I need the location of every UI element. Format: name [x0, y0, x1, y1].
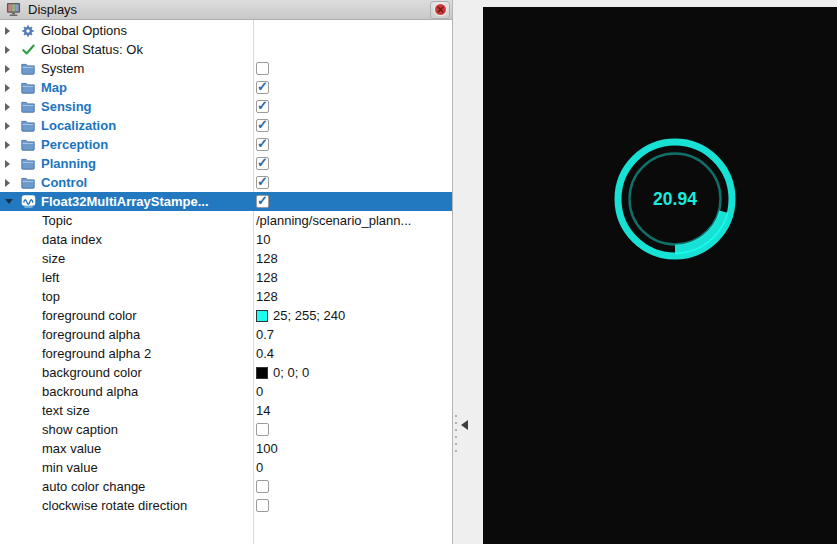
property-value-text: 0 [256, 460, 263, 475]
property-name: data index [42, 232, 102, 247]
display-tree: Global OptionsGlobal Status: OkSystemMap… [0, 21, 452, 515]
display-label: Localization [41, 118, 116, 133]
property-row-data-index: data index10 [0, 230, 452, 249]
expand-arrow-right-icon[interactable] [0, 160, 20, 168]
property-name: min value [42, 460, 98, 475]
property-value[interactable]: 0 [256, 382, 263, 401]
property-value[interactable] [256, 496, 269, 515]
display-label: Global Status: Ok [41, 42, 143, 57]
close-icon [433, 2, 448, 17]
property-value[interactable]: /planning/scenario_plann... [256, 211, 411, 230]
expand-arrow-right-icon[interactable] [0, 179, 20, 187]
property-value[interactable] [256, 420, 269, 439]
property-value-text: 0.7 [256, 327, 274, 342]
property-value[interactable]: 0 [256, 458, 263, 477]
property-row-text-size: text size14 [0, 401, 452, 420]
display-row-system[interactable]: System [0, 59, 452, 78]
display-row-map[interactable]: Map [0, 78, 452, 97]
expand-arrow-right-icon[interactable] [0, 46, 20, 54]
panel-title: Displays [28, 2, 430, 17]
expand-arrow-right-icon[interactable] [0, 141, 20, 149]
property-value[interactable]: 128 [256, 249, 278, 268]
property-row-size: size128 [0, 249, 452, 268]
enable-checkbox[interactable] [256, 176, 269, 189]
enable-cell [256, 97, 269, 116]
property-checkbox[interactable] [256, 499, 269, 512]
display-row-planning[interactable]: Planning [0, 154, 452, 173]
property-value[interactable]: 14 [256, 401, 270, 420]
property-value[interactable]: 0.7 [256, 325, 274, 344]
property-name: max value [42, 441, 101, 456]
enable-cell [256, 59, 269, 78]
property-value-text: 14 [256, 403, 270, 418]
enable-checkbox[interactable] [256, 119, 269, 132]
property-value-text: 0 [256, 384, 263, 399]
enable-checkbox[interactable] [256, 62, 269, 75]
property-name: background color [42, 365, 142, 380]
property-value[interactable]: 128 [256, 268, 278, 287]
property-row-auto-color-change: auto color change [0, 477, 452, 496]
property-name: text size [42, 403, 90, 418]
splitter-collapse-left-icon[interactable] [461, 420, 468, 430]
render-view[interactable]: 20.94 [483, 7, 837, 544]
property-value[interactable]: 0; 0; 0 [256, 363, 309, 382]
displays-panel: Displays Global OptionsGlobal Status: Ok… [0, 0, 453, 544]
enable-checkbox[interactable] [256, 100, 269, 113]
property-name: auto color change [42, 479, 145, 494]
display-row-global-options[interactable]: Global Options [0, 21, 452, 40]
display-label: Planning [41, 156, 96, 171]
display-row-perception[interactable]: Perception [0, 135, 452, 154]
value-gauge: 20.94 [611, 135, 739, 263]
display-label: Sensing [41, 99, 92, 114]
property-value[interactable]: 10 [256, 230, 270, 249]
enable-cell [256, 116, 269, 135]
property-value[interactable]: 0.4 [256, 344, 274, 363]
enable-checkbox[interactable] [256, 81, 269, 94]
display-tree-area: Global OptionsGlobal Status: OkSystemMap… [0, 20, 452, 544]
property-value-text: 128 [256, 251, 278, 266]
property-name: top [42, 289, 60, 304]
property-value-text: 25; 255; 240 [273, 308, 345, 323]
property-value-text: 128 [256, 289, 278, 304]
property-name: left [42, 270, 59, 285]
display-row-float32multiarraystampe[interactable]: Float32MultiArrayStampe... [0, 192, 452, 211]
display-label: System [41, 61, 84, 76]
splitter-handle[interactable] [453, 412, 459, 454]
panel-titlebar[interactable]: Displays [0, 0, 452, 20]
property-row-min-value: min value0 [0, 458, 452, 477]
expand-arrow-right-icon[interactable] [0, 84, 20, 92]
enable-cell [256, 192, 269, 211]
property-value[interactable]: 100 [256, 439, 278, 458]
display-row-localization[interactable]: Localization [0, 116, 452, 135]
folder-icon [20, 156, 36, 172]
property-value[interactable]: 128 [256, 287, 278, 306]
display-row-sensing[interactable]: Sensing [0, 97, 452, 116]
enable-checkbox[interactable] [256, 157, 269, 170]
expand-arrow-right-icon[interactable] [0, 122, 20, 130]
enable-cell [256, 154, 269, 173]
property-checkbox[interactable] [256, 480, 269, 493]
property-name: Topic [42, 213, 72, 228]
property-value-text: 0; 0; 0 [273, 365, 309, 380]
display-label: Float32MultiArrayStampe... [41, 194, 209, 209]
property-value[interactable]: 25; 255; 240 [256, 306, 345, 325]
expand-arrow-right-icon[interactable] [0, 27, 20, 35]
property-name: size [42, 251, 65, 266]
enable-cell [256, 78, 269, 97]
expand-arrow-right-icon[interactable] [0, 65, 20, 73]
property-name: foreground alpha [42, 327, 140, 342]
display-row-global-status-ok[interactable]: Global Status: Ok [0, 40, 452, 59]
property-row-topic: Topic/planning/scenario_plann... [0, 211, 452, 230]
expand-arrow-down-icon[interactable] [0, 199, 20, 204]
property-name: foreground color [42, 308, 137, 323]
property-value-text: 0.4 [256, 346, 274, 361]
close-panel-button[interactable] [430, 1, 450, 19]
property-checkbox[interactable] [256, 423, 269, 436]
display-row-control[interactable]: Control [0, 173, 452, 192]
enable-checkbox[interactable] [256, 138, 269, 151]
display-label: Global Options [41, 23, 127, 38]
property-name: backround alpha [42, 384, 138, 399]
property-value[interactable] [256, 477, 269, 496]
expand-arrow-right-icon[interactable] [0, 103, 20, 111]
enable-checkbox[interactable] [256, 195, 269, 208]
